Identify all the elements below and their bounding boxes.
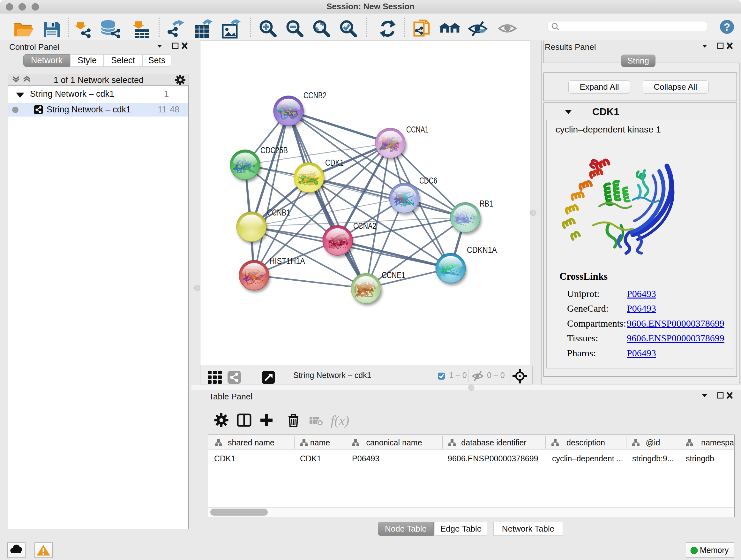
svg-text:CCNB1: CCNB1 [267, 208, 290, 217]
svg-text:CDC6: CDC6 [419, 176, 437, 186]
svg-text:CCNA1: CCNA1 [406, 125, 428, 134]
svg-text:CDK1: CDK1 [325, 158, 344, 168]
svg-text:RB1: RB1 [480, 199, 493, 208]
svg-text:f(x): f(x) [331, 413, 349, 428]
svg-text:HIST1H1A: HIST1H1A [269, 256, 305, 266]
svg-text:CCNA2: CCNA2 [353, 221, 376, 231]
svg-text:CDC25B: CDC25B [260, 145, 288, 155]
svg-text:CCNE1: CCNE1 [382, 270, 405, 280]
svg-text:CCNB2: CCNB2 [304, 91, 327, 100]
svg-text:CDKN1A: CDKN1A [467, 245, 497, 255]
